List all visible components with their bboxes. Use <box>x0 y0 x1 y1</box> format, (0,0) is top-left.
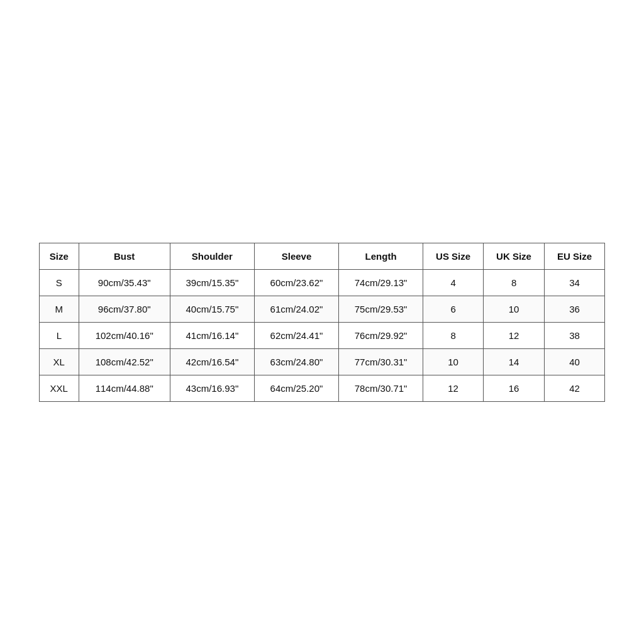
cell-us-size: 6 <box>423 296 484 322</box>
cell-uk-size: 16 <box>484 375 545 401</box>
cell-bust: 114cm/44.88" <box>79 375 170 401</box>
header-length: Length <box>339 243 423 269</box>
header-sleeve: Sleeve <box>254 243 338 269</box>
size-chart-table: Size Bust Shoulder Sleeve Length US Size… <box>39 243 605 402</box>
cell-shoulder: 42cm/16.54" <box>170 348 254 375</box>
cell-us-size: 12 <box>423 375 484 401</box>
cell-sleeve: 62cm/24.41" <box>254 322 338 348</box>
cell-eu-size: 36 <box>545 296 605 322</box>
cell-uk-size: 8 <box>484 269 545 296</box>
cell-uk-size: 12 <box>484 322 545 348</box>
cell-length: 76cm/29.92" <box>339 322 423 348</box>
table-row: XXL114cm/44.88"43cm/16.93"64cm/25.20"78c… <box>40 375 605 401</box>
size-chart-container: Size Bust Shoulder Sleeve Length US Size… <box>39 243 605 402</box>
cell-sleeve: 61cm/24.02" <box>254 296 338 322</box>
header-us-size: US Size <box>423 243 484 269</box>
header-size: Size <box>40 243 79 269</box>
table-row: L102cm/40.16"41cm/16.14"62cm/24.41"76cm/… <box>40 322 605 348</box>
cell-eu-size: 40 <box>545 348 605 375</box>
header-eu-size: EU Size <box>545 243 605 269</box>
cell-size: S <box>40 269 79 296</box>
cell-eu-size: 42 <box>545 375 605 401</box>
table-header-row: Size Bust Shoulder Sleeve Length US Size… <box>40 243 605 269</box>
cell-size: L <box>40 322 79 348</box>
cell-sleeve: 63cm/24.80" <box>254 348 338 375</box>
cell-shoulder: 40cm/15.75" <box>170 296 254 322</box>
cell-shoulder: 39cm/15.35" <box>170 269 254 296</box>
table-row: XL108cm/42.52"42cm/16.54"63cm/24.80"77cm… <box>40 348 605 375</box>
cell-size: XL <box>40 348 79 375</box>
cell-length: 75cm/29.53" <box>339 296 423 322</box>
cell-shoulder: 43cm/16.93" <box>170 375 254 401</box>
cell-eu-size: 34 <box>545 269 605 296</box>
cell-shoulder: 41cm/16.14" <box>170 322 254 348</box>
cell-size: XXL <box>40 375 79 401</box>
cell-bust: 96cm/37.80" <box>79 296 170 322</box>
cell-us-size: 10 <box>423 348 484 375</box>
cell-length: 78cm/30.71" <box>339 375 423 401</box>
cell-bust: 90cm/35.43" <box>79 269 170 296</box>
cell-bust: 102cm/40.16" <box>79 322 170 348</box>
cell-eu-size: 38 <box>545 322 605 348</box>
cell-length: 77cm/30.31" <box>339 348 423 375</box>
cell-sleeve: 64cm/25.20" <box>254 375 338 401</box>
cell-sleeve: 60cm/23.62" <box>254 269 338 296</box>
cell-uk-size: 14 <box>484 348 545 375</box>
table-row: M96cm/37.80"40cm/15.75"61cm/24.02"75cm/2… <box>40 296 605 322</box>
cell-us-size: 4 <box>423 269 484 296</box>
cell-us-size: 8 <box>423 322 484 348</box>
header-shoulder: Shoulder <box>170 243 254 269</box>
cell-uk-size: 10 <box>484 296 545 322</box>
header-bust: Bust <box>79 243 170 269</box>
table-row: S90cm/35.43"39cm/15.35"60cm/23.62"74cm/2… <box>40 269 605 296</box>
cell-size: M <box>40 296 79 322</box>
cell-length: 74cm/29.13" <box>339 269 423 296</box>
cell-bust: 108cm/42.52" <box>79 348 170 375</box>
header-uk-size: UK Size <box>484 243 545 269</box>
